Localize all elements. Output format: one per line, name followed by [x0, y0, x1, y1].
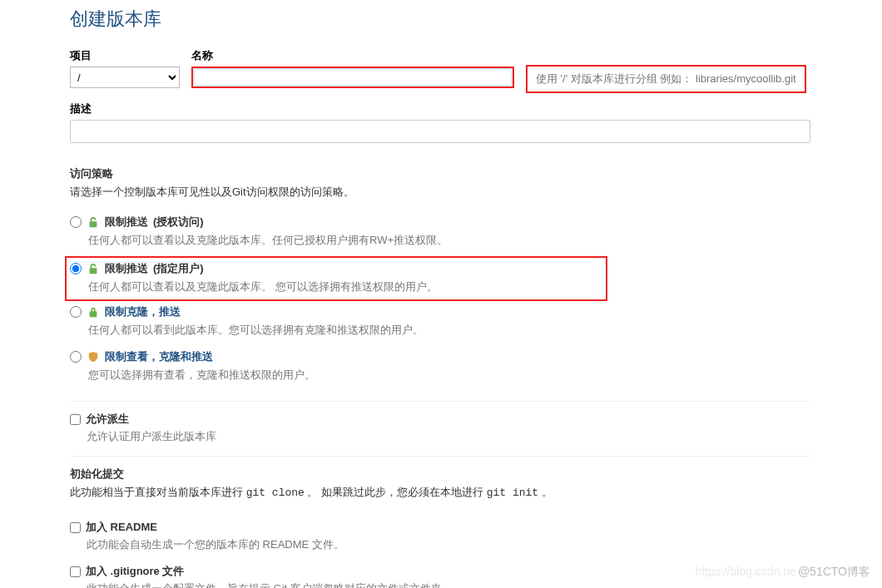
access-option-1: 限制推送 (指定用户) 任何人都可以查看以及克隆此版本库。 您可以选择拥有推送权…: [65, 256, 607, 301]
access-radio-3[interactable]: [70, 351, 82, 363]
desc-field: 描述: [70, 101, 882, 166]
access-option-0-desc: 任何人都可以查看以及克隆此版本库。任何已授权用户拥有RW+推送权限。: [88, 233, 882, 248]
access-option-3-desc: 您可以选择拥有查看，克隆和推送权限的用户。: [88, 368, 882, 383]
project-field: 项目 /: [70, 48, 180, 93]
access-title: 访问策略: [70, 166, 882, 181]
access-option-3-main: 限制查看，克隆和推送: [105, 349, 213, 364]
access-option-3-line[interactable]: 限制查看，克隆和推送: [70, 349, 882, 364]
name-hint: 使用 '/' 对版本库进行分组 例如： libraries/mycoollib.…: [526, 65, 806, 93]
lock-closed-icon: [87, 305, 100, 319]
gitignore-label: 加入 .gitignore 文件: [86, 564, 184, 579]
access-option-0-paren: (授权访问): [153, 215, 204, 230]
readme-label: 加入 README: [86, 520, 157, 535]
access-option-0-main: 限制推送: [105, 215, 148, 230]
lock-open-icon: [87, 215, 100, 229]
init-title: 初始化提交: [70, 467, 882, 482]
name-label: 名称: [191, 48, 514, 63]
allow-fork-label: 允许派生: [86, 412, 129, 427]
access-option-2-line[interactable]: 限制克隆，推送: [70, 304, 882, 319]
access-option-3: 限制查看，克隆和推送 您可以选择拥有查看，克隆和推送权限的用户。: [70, 346, 882, 391]
gitignore-row[interactable]: 加入 .gitignore 文件: [70, 564, 882, 579]
access-subtitle: 请选择一个控制版本库可见性以及Git访问权限的访问策略。: [70, 185, 882, 200]
gitignore-checkbox[interactable]: [70, 566, 81, 577]
project-select[interactable]: /: [70, 67, 180, 88]
access-option-2-main: 限制克隆，推送: [105, 304, 181, 319]
allow-fork-desc: 允许认证用户派生此版本库: [87, 429, 882, 444]
access-option-2-desc: 任何人都可以看到此版本库。您可以选择拥有克隆和推送权限的用户。: [88, 323, 882, 338]
name-input[interactable]: [191, 67, 514, 88]
access-radio-1[interactable]: [70, 263, 82, 274]
access-option-1-main: 限制推送: [105, 261, 148, 276]
access-option-0-line[interactable]: 限制推送 (授权访问): [70, 215, 882, 230]
access-option-1-line[interactable]: 限制推送 (指定用户): [70, 261, 602, 276]
allow-fork-checkbox[interactable]: [70, 414, 81, 425]
init-subtitle: 此功能相当于直接对当前版本库进行 git clone 。 如果跳过此步，您必须在…: [70, 485, 882, 500]
access-option-1-paren: (指定用户): [153, 261, 204, 276]
divider-2: [70, 456, 810, 457]
shield-icon: [87, 350, 100, 363]
allow-fork-row[interactable]: 允许派生: [70, 412, 882, 427]
access-radio-0[interactable]: [70, 216, 82, 228]
page-title: 创建版本库: [70, 7, 882, 32]
access-option-1-desc: 任何人都可以查看以及克隆此版本库。 您可以选择拥有推送权限的用户。: [88, 279, 602, 294]
gitignore-desc: 此功能会生成一个配置文件，旨在提示 Git 客户端忽略对应的文件或文件夹。: [87, 581, 882, 588]
desc-label: 描述: [70, 101, 882, 116]
access-option-2: 限制克隆，推送 任何人都可以看到此版本库。您可以选择拥有克隆和推送权限的用户。: [70, 301, 882, 346]
readme-checkbox[interactable]: [70, 522, 81, 533]
readme-desc: 此功能会自动生成一个您的版本库的 README 文件。: [87, 537, 882, 552]
readme-row[interactable]: 加入 README: [70, 520, 882, 535]
desc-input[interactable]: [70, 120, 810, 143]
lock-open-icon: [87, 262, 100, 275]
access-option-0: 限制推送 (授权访问) 任何人都可以查看以及克隆此版本库。任何已授权用户拥有RW…: [70, 211, 882, 256]
project-label: 项目: [70, 48, 180, 63]
access-radio-group: 限制推送 (授权访问) 任何人都可以查看以及克隆此版本库。任何已授权用户拥有RW…: [70, 211, 882, 391]
name-field: 名称: [191, 48, 514, 93]
access-radio-2[interactable]: [70, 306, 82, 318]
project-name-row: 项目 / 名称 使用 '/' 对版本库进行分组 例如： libraries/my…: [70, 48, 882, 93]
divider-1: [70, 401, 810, 402]
